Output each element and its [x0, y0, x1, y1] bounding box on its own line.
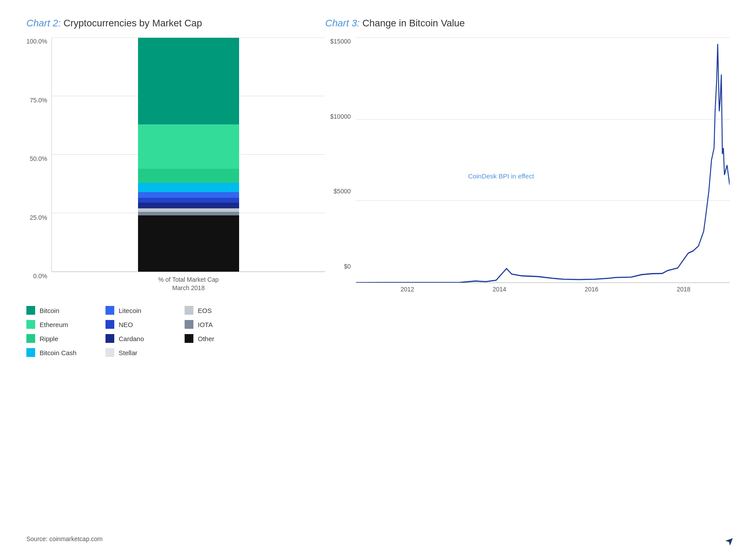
chart2-y-axis: 100.0%75.0%50.0%25.0%0.0% — [26, 38, 51, 293]
bar-segment — [138, 208, 239, 212]
bar-segment — [138, 183, 239, 192]
chart2-y-label: 75.0% — [30, 97, 47, 104]
legend-item: Litecoin — [105, 306, 185, 315]
chart3-x-label: 2016 — [545, 286, 638, 293]
chart2-y-label: 50.0% — [30, 155, 47, 162]
legend-item-label: Bitcoin Cash — [40, 349, 76, 356]
chart3-svg — [356, 38, 730, 283]
chart3-title-label: Chart 3: — [325, 18, 360, 29]
legend-color-box — [185, 334, 193, 343]
legend-color-box — [185, 306, 193, 315]
chart2-stacked-bar — [138, 38, 239, 272]
chart2-bar-container — [51, 38, 325, 272]
legend-item: Other — [185, 334, 264, 343]
chart3-y-axis: $15000$10000$5000$0 — [325, 38, 356, 283]
bar-segment — [138, 215, 239, 272]
chart2-x-label: % of Total Market CapMarch 2018 — [51, 276, 325, 293]
legend-item-label: Cardano — [119, 335, 144, 342]
legend-item-label: EOS — [198, 307, 212, 314]
chart3-line-area: CoinDesk BPI in effect — [356, 38, 730, 283]
chart2-y-label: 0.0% — [33, 273, 47, 280]
source-text: Source: coinmarketcap.com — [26, 527, 730, 542]
bar-segment — [138, 212, 239, 215]
legend-item-label: Other — [198, 335, 214, 342]
legend-color-box — [26, 348, 35, 357]
legend-item: EOS — [185, 306, 264, 315]
legend-color-box — [105, 334, 114, 343]
chart3-title-text: Change in Bitcoin Value — [362, 18, 465, 29]
chart3-x-axis: 2012201420162018 — [325, 283, 730, 293]
page-container: Chart 2: Cryptocurrencies by Market Cap … — [0, 0, 756, 560]
legend-item: NEO — [105, 320, 185, 329]
chart3-wrapper: $15000$10000$5000$0 CoinDesk BPI in effe… — [325, 38, 730, 293]
legend-color-box — [26, 334, 35, 343]
bar-segment — [138, 38, 239, 124]
legend-item-label: Litecoin — [119, 307, 142, 314]
chart3-title: Chart 3: Change in Bitcoin Value — [325, 18, 730, 29]
chart3-x-label: 2018 — [638, 286, 730, 293]
bar-segment — [138, 192, 239, 198]
legend-item: Bitcoin — [26, 306, 105, 315]
legend-item-label: Bitcoin — [40, 307, 59, 314]
legend-item: IOTA — [185, 320, 264, 329]
chart2-area: 100.0%75.0%50.0%25.0%0.0% % of Total Mar… — [26, 38, 325, 293]
chart3-y-label: $15000 — [330, 38, 351, 45]
legend-item: Bitcoin Cash — [26, 348, 105, 357]
legend-color-box — [26, 306, 35, 315]
chart2-legend: BitcoinEthereumRippleBitcoin CashLitecoi… — [26, 306, 325, 357]
legend-item-label: NEO — [119, 321, 133, 328]
legend-item-label: Ripple — [40, 335, 58, 342]
bar-segment — [138, 124, 239, 169]
chart3-inner: $15000$10000$5000$0 CoinDesk BPI in effe… — [325, 38, 730, 283]
legend-item: Ripple — [26, 334, 105, 343]
legend-color-box — [185, 320, 193, 329]
chart2-title-text: Cryptocurrencies by Market Cap — [63, 18, 202, 29]
chart3-y-label: $0 — [344, 263, 351, 270]
chart3-y-label: $10000 — [330, 113, 351, 120]
chart2-title: Chart 2: Cryptocurrencies by Market Cap — [26, 18, 325, 29]
legend-color-box — [105, 306, 114, 315]
legend-column: LitecoinNEOCardanoStellar — [105, 306, 185, 357]
legend-color-box — [105, 320, 114, 329]
legend-column: BitcoinEthereumRippleBitcoin Cash — [26, 306, 105, 357]
legend-color-box — [26, 320, 35, 329]
chart3-x-label: 2014 — [454, 286, 546, 293]
legend-item: Cardano — [105, 334, 185, 343]
bar-segment — [138, 198, 239, 203]
legend-item-label: IOTA — [198, 321, 213, 328]
legend-item: Ethereum — [26, 320, 105, 329]
chart3-section: Chart 3: Change in Bitcoin Value $15000$… — [325, 18, 730, 527]
legend-item-label: Ethereum — [40, 321, 68, 328]
legend-color-box — [105, 348, 114, 357]
bitcoin-price-line — [356, 44, 730, 283]
chart3-y-label: $5000 — [334, 188, 351, 195]
bar-segment — [138, 203, 239, 208]
chart2-bar-wrapper: % of Total Market CapMarch 2018 — [51, 38, 325, 293]
chart2-y-label: 100.0% — [26, 38, 47, 45]
bar-segment — [138, 169, 239, 183]
legend-item-label: Stellar — [119, 349, 138, 356]
charts-row: Chart 2: Cryptocurrencies by Market Cap … — [26, 18, 730, 527]
chart2-section: Chart 2: Cryptocurrencies by Market Cap … — [26, 18, 325, 527]
chart2-title-label: Chart 2: — [26, 18, 61, 29]
chart3-x-label: 2012 — [361, 286, 454, 293]
legend-item: Stellar — [105, 348, 185, 357]
legend-column: EOSIOTAOther — [185, 306, 264, 357]
chart2-y-label: 25.0% — [30, 214, 47, 221]
